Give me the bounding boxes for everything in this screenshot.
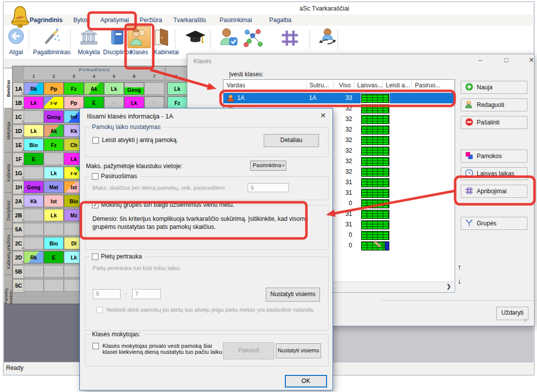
move-up-icon[interactable]: ↑ bbox=[458, 263, 462, 271]
class-row-label[interactable]: 2B3 bbox=[13, 209, 25, 222]
class-row-label[interactable]: 2C4 bbox=[13, 237, 25, 250]
timetable-cell[interactable]: Mat bbox=[44, 181, 64, 193]
classes-button-label[interactable]: Klasės bbox=[129, 49, 150, 56]
timetable-cell[interactable]: Rk bbox=[24, 251, 44, 264]
allow-second-lesson-checkbox[interactable] bbox=[92, 137, 99, 144]
no-lessons-after-lunch-checkbox[interactable] bbox=[96, 307, 103, 313]
column-header[interactable]: Leisti a... bbox=[383, 80, 412, 91]
timetable-cell[interactable]: Fz bbox=[167, 96, 187, 109]
preparation-max-input[interactable]: 5 bbox=[248, 183, 289, 192]
change-teacher-button[interactable]: Pakeisti bbox=[223, 342, 274, 359]
timetable-cell[interactable] bbox=[24, 265, 44, 278]
timetable-cell[interactable] bbox=[44, 265, 64, 278]
classrooms-door-icon[interactable] bbox=[154, 28, 170, 49]
timetable-cell[interactable]: Lk bbox=[44, 167, 64, 179]
school-building-icon[interactable] bbox=[79, 28, 99, 48]
timetable-cell[interactable]: Fz bbox=[64, 82, 84, 95]
resize-grip[interactable]: ⠿ bbox=[524, 318, 530, 324]
menu-pagalba[interactable]: Pagalba bbox=[269, 17, 291, 24]
ok-button[interactable]: OK bbox=[285, 375, 327, 387]
classrooms-button-label[interactable]: Kabinetai bbox=[152, 49, 180, 56]
timetable-cell[interactable]: Bio bbox=[24, 139, 44, 151]
class-row-label[interactable]: 1D4 bbox=[13, 124, 25, 138]
timetable-cell[interactable]: r-v bbox=[44, 96, 64, 109]
class-row-label[interactable]: 2D3 bbox=[13, 251, 25, 265]
lessons-button[interactable]: Pamokos bbox=[461, 150, 527, 163]
class-row-label[interactable]: 1B3 bbox=[13, 96, 25, 110]
timetable-cell[interactable]: Geog bbox=[124, 82, 144, 95]
timetable-cell[interactable] bbox=[144, 82, 164, 95]
groups-button[interactable]: Grupės bbox=[461, 217, 527, 230]
class-row-label[interactable]: 1A5 bbox=[13, 82, 25, 96]
lunch-set-all-button[interactable]: Nustatyti visiems bbox=[266, 288, 320, 302]
timetable-cell[interactable]: Lk bbox=[124, 96, 144, 109]
timetable-cell[interactable]: Lk bbox=[44, 209, 64, 221]
timetable-cell[interactable]: Lk bbox=[24, 124, 44, 137]
wizard-button-label[interactable]: Pagalbininkas bbox=[30, 49, 73, 56]
details-button[interactable]: Detaliau bbox=[264, 134, 319, 147]
move-down-icon[interactable]: ↓ bbox=[458, 277, 462, 285]
lunch-break-checkbox[interactable] bbox=[92, 253, 98, 260]
timetable-cell[interactable] bbox=[24, 110, 44, 123]
close-icon[interactable]: ✕ bbox=[318, 111, 328, 119]
menu-tvarkarastis[interactable]: Tvarkaraštis bbox=[173, 17, 206, 24]
network-relations-icon[interactable] bbox=[242, 28, 264, 50]
timetable-cell[interactable] bbox=[24, 209, 44, 221]
timetable-cell[interactable] bbox=[24, 223, 44, 235]
timetable-cell[interactable]: Ψ bbox=[144, 96, 164, 109]
class-row-label[interactable]: 5C bbox=[13, 279, 25, 293]
teacher-set-all-button[interactable]: Nustatyti visiems bbox=[276, 343, 321, 358]
school-button-label[interactable]: Mokykla bbox=[74, 49, 104, 56]
constraints-hash-icon[interactable] bbox=[281, 30, 299, 49]
menu-aprasymai[interactable]: Aprašymai bbox=[100, 17, 129, 24]
students-cap-icon[interactable] bbox=[184, 30, 206, 48]
menu-perziura[interactable]: Peržiūra bbox=[140, 17, 162, 24]
menu-pagrindinis[interactable]: Pagrindinis bbox=[30, 17, 62, 24]
column-header[interactable]: Sutru... bbox=[306, 80, 334, 91]
menu-bylos[interactable]: Bylos bbox=[73, 17, 88, 24]
timetable-cell[interactable]: Bio bbox=[44, 237, 64, 249]
class-teacher-checkbox[interactable] bbox=[92, 343, 99, 349]
timetable-cell[interactable] bbox=[44, 223, 64, 235]
free-time-button[interactable]: Laisvas laikas bbox=[461, 167, 527, 180]
close-icon[interactable]: ✕ bbox=[526, 56, 537, 65]
timetable-cell[interactable]: Pp bbox=[44, 82, 64, 95]
preparation-checkbox[interactable] bbox=[92, 173, 98, 180]
timetable-cell[interactable]: E bbox=[24, 153, 44, 165]
back-button-label[interactable]: Atgal bbox=[5, 49, 28, 56]
constraints-button[interactable]: Apribojimai bbox=[461, 185, 527, 198]
timetable-cell[interactable]: Pp bbox=[64, 96, 84, 109]
timetable-cell[interactable]: Ak bbox=[84, 82, 104, 95]
timetable-cell[interactable] bbox=[24, 279, 44, 292]
new-button[interactable]: Nauja bbox=[461, 81, 527, 94]
timetable-cell[interactable] bbox=[44, 153, 64, 165]
question-position-dropdown[interactable]: Pasirinktina ∨ bbox=[250, 161, 286, 171]
column-header[interactable]: Viso bbox=[334, 80, 354, 91]
lunch-to-input[interactable]: 7 bbox=[132, 289, 161, 299]
class-row-label[interactable]: 5B bbox=[13, 265, 25, 279]
timetable-cell[interactable]: Kk bbox=[24, 195, 44, 207]
menu-pasirinkimai[interactable]: Pasirinkimai bbox=[220, 17, 252, 24]
class-row-label[interactable]: 5A bbox=[13, 223, 25, 236]
timetable-cell[interactable]: Fz bbox=[44, 139, 64, 151]
column-header[interactable]: Vardas bbox=[224, 80, 306, 91]
timetable-cell[interactable] bbox=[24, 237, 44, 249]
edit-button[interactable]: Redaguoti bbox=[461, 98, 527, 111]
remove-button[interactable]: Pašalinti bbox=[461, 116, 527, 129]
timetable-cell[interactable]: E bbox=[84, 96, 104, 109]
timetable-cell[interactable]: Lk bbox=[104, 82, 124, 95]
timetable-cell[interactable]: Geog bbox=[24, 181, 44, 193]
classes-button-selected[interactable] bbox=[128, 26, 151, 48]
timetable-cell[interactable]: Ak bbox=[44, 124, 64, 137]
groups-end-checkbox-checked[interactable]: ✓ bbox=[92, 202, 98, 208]
column-header[interactable]: Pasiruo... bbox=[412, 80, 455, 91]
timetable-cell[interactable]: Lk bbox=[24, 96, 44, 109]
timetable-cell[interactable] bbox=[24, 167, 44, 179]
person-check-icon[interactable] bbox=[219, 28, 239, 49]
person-sync-icon[interactable] bbox=[317, 28, 338, 49]
wizard-wand-icon[interactable] bbox=[42, 28, 61, 49]
class-row-label[interactable]: 1H4 bbox=[13, 181, 25, 194]
timetable-cell[interactable]: Ist bbox=[44, 195, 64, 207]
class-row-label[interactable]: 1F3 bbox=[13, 153, 25, 166]
class-row-label[interactable]: 1G3 bbox=[13, 167, 25, 180]
